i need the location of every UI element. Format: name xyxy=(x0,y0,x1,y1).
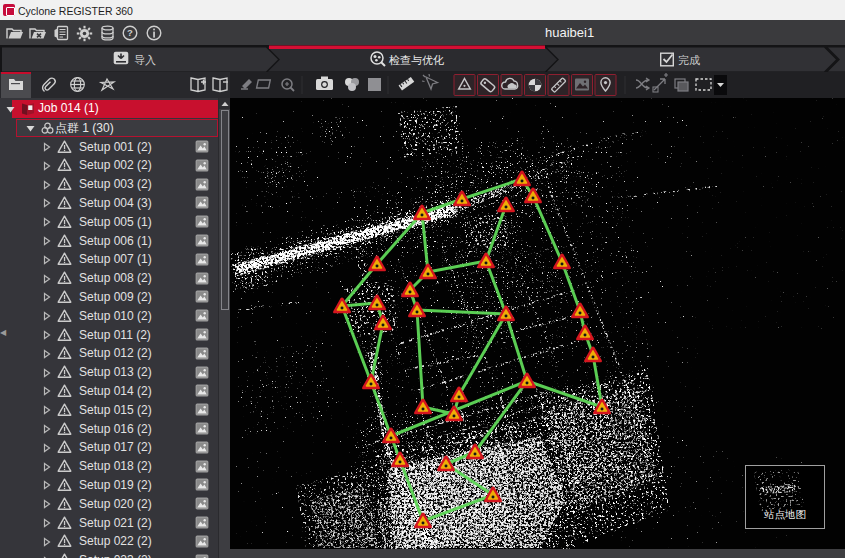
svg-text:导入: 导入 xyxy=(134,54,156,66)
svg-text:?: ? xyxy=(127,27,133,38)
svg-text:完成: 完成 xyxy=(678,54,700,66)
svg-text:检查与优化: 检查与优化 xyxy=(388,54,444,66)
